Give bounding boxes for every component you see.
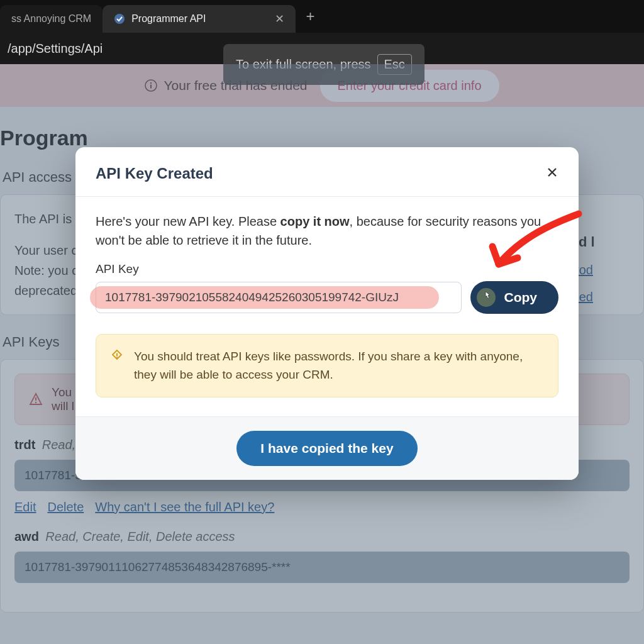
url-text: /app/Settings/Api xyxy=(8,42,103,56)
browser-tab-inactive[interactable]: ss Annoying CRM xyxy=(0,5,103,33)
modal-description: Here's your new API key. Please copy it … xyxy=(96,212,558,250)
confirm-copied-button[interactable]: I have copied the key xyxy=(236,431,417,466)
modal-footer: I have copied the key xyxy=(75,416,579,480)
close-tab-icon[interactable]: ✕ xyxy=(275,12,284,26)
security-info-text: You should treat API keys like passwords… xyxy=(134,347,544,384)
api-key-created-modal: API Key Created Here's your new API key.… xyxy=(75,147,579,480)
shield-warning-icon xyxy=(110,349,124,365)
tab-label: ss Annoying CRM xyxy=(11,13,91,25)
close-icon xyxy=(546,166,558,179)
tab-favicon-icon xyxy=(114,13,125,25)
browser-tab-strip: ss Annoying CRM Programmer API ✕ + xyxy=(0,0,644,33)
cursor-pointer-icon xyxy=(482,291,493,305)
api-key-row: 1017781-3979021055824049425260305199742-… xyxy=(96,281,558,314)
browser-tab-active[interactable]: Programmer API ✕ xyxy=(103,5,296,33)
modal-body: Here's your new API key. Please copy it … xyxy=(75,197,579,416)
api-key-value: 1017781-3979021055824049425260305199742-… xyxy=(105,291,399,304)
modal-title: API Key Created xyxy=(96,165,213,182)
api-key-input[interactable]: 1017781-3979021055824049425260305199742-… xyxy=(96,282,462,313)
tab-label: Programmer API xyxy=(131,13,206,25)
api-key-label: API Key xyxy=(96,262,558,276)
svg-point-7 xyxy=(116,357,118,358)
close-modal-button[interactable] xyxy=(546,165,558,182)
copy-button[interactable]: Copy xyxy=(470,281,559,314)
svg-point-0 xyxy=(114,14,125,24)
copy-label: Copy xyxy=(504,290,538,305)
new-tab-button[interactable]: + xyxy=(296,8,325,25)
modal-header: API Key Created xyxy=(75,147,579,197)
security-info-box: You should treat API keys like passwords… xyxy=(96,334,558,397)
svg-rect-6 xyxy=(116,353,118,357)
